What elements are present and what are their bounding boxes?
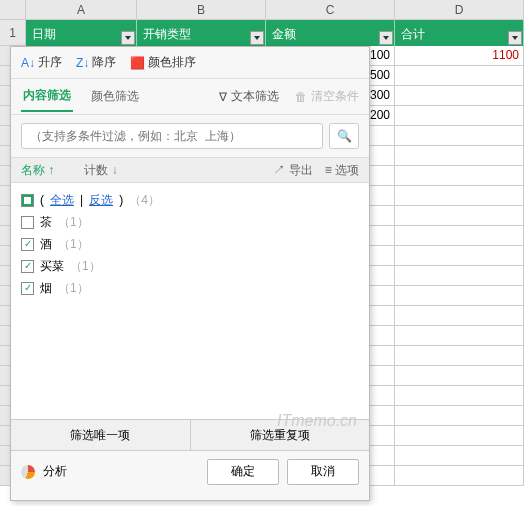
select-all-row: (全选|反选)（4） xyxy=(21,189,359,211)
options-button[interactable]: ≡ 选项 xyxy=(325,162,359,179)
total-count: （4） xyxy=(129,192,160,209)
search-input[interactable] xyxy=(21,123,323,149)
list-item[interactable]: 酒（1） xyxy=(21,233,359,255)
list-item[interactable]: 茶（1） xyxy=(21,211,359,233)
row-number[interactable]: 1 xyxy=(0,20,26,46)
inverse-link[interactable]: 反选 xyxy=(89,192,113,209)
search-row: 🔍 xyxy=(11,115,369,157)
cell[interactable] xyxy=(395,106,524,126)
filter-dropdown-icon[interactable] xyxy=(508,31,522,45)
filter-dropdown-icon[interactable] xyxy=(250,31,264,45)
col-header-c[interactable]: C xyxy=(266,0,395,20)
funnel-icon: ∇ xyxy=(219,90,227,104)
col-name[interactable]: 名称 ↑ xyxy=(21,162,54,179)
filter-list: (全选|反选)（4） 茶（1） 酒（1） 买菜（1） 烟（1） ITmemo.c… xyxy=(11,183,369,419)
col-header-d[interactable]: D xyxy=(395,0,524,20)
sort-bar: A↓升序 Z↓降序 🟥颜色排序 xyxy=(11,47,369,79)
corner-cell[interactable] xyxy=(0,0,26,20)
tab-color-filter[interactable]: 颜色筛选 xyxy=(89,82,141,111)
export-button[interactable]: ↗ 导出 xyxy=(273,162,312,179)
list-item[interactable]: 烟（1） xyxy=(21,277,359,299)
header-amount[interactable]: 金额 xyxy=(266,20,395,46)
text-filter-button[interactable]: ∇文本筛选 xyxy=(219,88,279,105)
sort-desc-button[interactable]: Z↓降序 xyxy=(76,54,116,71)
header-type[interactable]: 开销类型 xyxy=(137,20,266,46)
pie-chart-icon xyxy=(21,465,35,479)
header-date[interactable]: 日期 xyxy=(26,20,137,46)
sort-up-icon: ↑ xyxy=(48,163,54,177)
select-all-link[interactable]: 全选 xyxy=(50,192,74,209)
export-icon: ↗ xyxy=(273,163,285,177)
checkbox[interactable] xyxy=(21,216,34,229)
trash-icon: 🗑 xyxy=(295,90,307,104)
cell[interactable] xyxy=(395,66,524,86)
options-icon: ≡ xyxy=(325,163,332,177)
checkbox[interactable] xyxy=(21,238,34,251)
checkbox-indeterminate[interactable] xyxy=(21,194,34,207)
bottom-bar: 分析 确定 取消 xyxy=(11,450,369,492)
filter-dropdown-icon[interactable] xyxy=(379,31,393,45)
sort-down-icon: ↓ xyxy=(112,163,118,177)
list-item[interactable]: 买菜（1） xyxy=(21,255,359,277)
search-icon: 🔍 xyxy=(337,129,352,143)
sort-desc-icon: Z↓ xyxy=(76,56,89,70)
sort-asc-button[interactable]: A↓升序 xyxy=(21,54,62,71)
list-header: 名称 ↑ 计数 ↓ ↗ 导出 ≡ 选项 xyxy=(11,157,369,183)
col-header-b[interactable]: B xyxy=(137,0,266,20)
filter-unique-button[interactable]: 筛选唯一项 xyxy=(11,420,191,450)
cancel-button[interactable]: 取消 xyxy=(287,459,359,485)
tab-content-filter[interactable]: 内容筛选 xyxy=(21,81,73,112)
sort-asc-icon: A↓ xyxy=(21,56,35,70)
header-total[interactable]: 合计 xyxy=(395,20,524,46)
analysis-button[interactable]: 分析 xyxy=(43,463,67,480)
checkbox[interactable] xyxy=(21,260,34,273)
watermark: ITmemo.cn xyxy=(277,412,357,419)
ok-button[interactable]: 确定 xyxy=(207,459,279,485)
sort-color-button[interactable]: 🟥颜色排序 xyxy=(130,54,196,71)
checkbox[interactable] xyxy=(21,282,34,295)
cell[interactable] xyxy=(395,86,524,106)
col-header-a[interactable]: A xyxy=(26,0,137,20)
col-count[interactable]: 计数 ↓ xyxy=(84,162,117,179)
filter-panel: A↓升序 Z↓降序 🟥颜色排序 内容筛选 颜色筛选 ∇文本筛选 🗑清空条件 🔍 … xyxy=(10,46,370,501)
clear-filter-button[interactable]: 🗑清空条件 xyxy=(295,88,359,105)
color-sort-icon: 🟥 xyxy=(130,56,145,70)
cell[interactable]: 1100 xyxy=(395,46,524,66)
filter-tabs: 内容筛选 颜色筛选 ∇文本筛选 🗑清空条件 xyxy=(11,79,369,115)
search-button[interactable]: 🔍 xyxy=(329,123,359,149)
filter-dropdown-icon[interactable] xyxy=(121,31,135,45)
